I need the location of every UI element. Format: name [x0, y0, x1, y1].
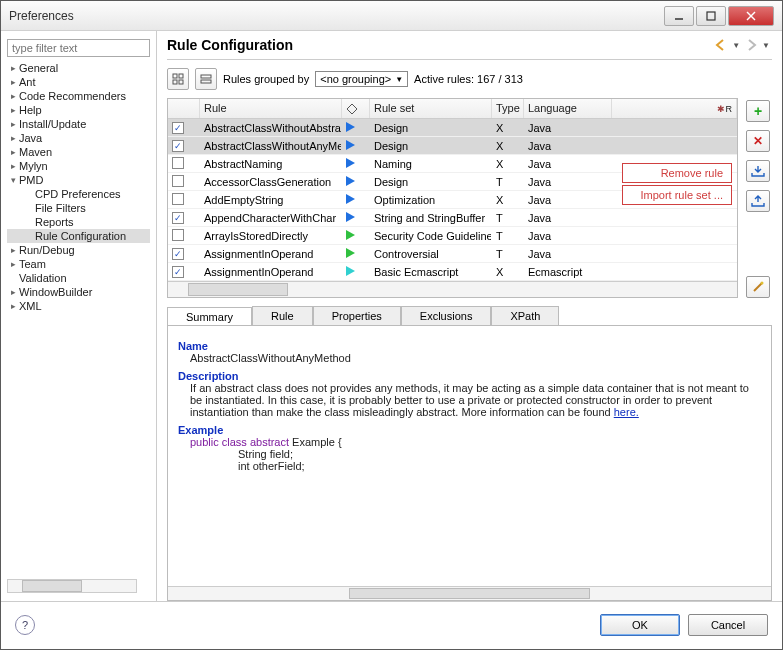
tree-item[interactable]: ▸Mylyn: [7, 159, 150, 173]
rule-type: T: [492, 175, 524, 189]
rule-checkbox[interactable]: [172, 212, 184, 224]
ok-button[interactable]: OK: [600, 614, 680, 636]
tab-properties[interactable]: Properties: [313, 306, 401, 325]
description-label: Description: [178, 370, 761, 382]
export-ruleset-button[interactable]: [746, 190, 770, 212]
tree-item[interactable]: ▸Code Recommenders: [7, 89, 150, 103]
tree-item[interactable]: ▸Help: [7, 103, 150, 117]
col-priority[interactable]: [342, 99, 370, 118]
tree-item[interactable]: ▸Run/Debug: [7, 243, 150, 257]
col-ruleset[interactable]: Rule set: [370, 99, 492, 118]
chevron-down-icon: ▼: [395, 75, 403, 84]
rule-checkbox[interactable]: [172, 248, 184, 260]
collapse-all-button[interactable]: [195, 68, 217, 90]
dropdown-icon[interactable]: ▼: [762, 41, 770, 50]
tab-xpath[interactable]: XPath: [491, 306, 559, 325]
cancel-button[interactable]: Cancel: [688, 614, 768, 636]
col-type[interactable]: Type: [492, 99, 524, 118]
table-row[interactable]: AssignmentInOperandBasic EcmascriptXEcma…: [168, 263, 737, 281]
rule-set: Optimization: [370, 193, 492, 207]
priority-icon: [346, 194, 355, 204]
tree-item[interactable]: ▸Install/Update: [7, 117, 150, 131]
detail-hscroll[interactable]: [168, 586, 771, 600]
tree-item-label: WindowBuilder: [19, 286, 92, 298]
rule-name: AddEmptyString: [200, 193, 342, 207]
rule-name: AssignmentInOperand: [200, 247, 342, 261]
table-row[interactable]: AbstractClassWithoutAnyMethodDesignXJava: [168, 137, 737, 155]
tab-rule[interactable]: Rule: [252, 306, 313, 325]
tree-item-label: Mylyn: [19, 160, 48, 172]
tree-hscroll[interactable]: [7, 579, 137, 593]
edit-button[interactable]: [746, 276, 770, 298]
name-label: Name: [178, 340, 761, 352]
tree-item[interactable]: File Filters: [7, 201, 150, 215]
tree-item-label: Java: [19, 132, 42, 144]
tree-item[interactable]: ▸Team: [7, 257, 150, 271]
svg-rect-5: [179, 74, 183, 78]
rule-language: Java: [524, 229, 612, 243]
col-language[interactable]: Language: [524, 99, 612, 118]
col-rule[interactable]: Rule: [200, 99, 342, 118]
import-ruleset-button[interactable]: [746, 160, 770, 182]
chevron-right-icon: ▸: [7, 245, 19, 255]
tree-item[interactable]: CPD Preferences: [7, 187, 150, 201]
svg-rect-1: [707, 12, 715, 20]
tree-item-label: Install/Update: [19, 118, 86, 130]
rule-set: String and StringBuffer: [370, 211, 492, 225]
tab-summary[interactable]: Summary: [167, 307, 252, 326]
rule-language: Java: [524, 175, 612, 189]
tab-exclusions[interactable]: Exclusions: [401, 306, 492, 325]
active-rules-label: Active rules: 167 / 313: [414, 73, 523, 85]
tree-item[interactable]: Validation: [7, 271, 150, 285]
tree-item[interactable]: ▸Java: [7, 131, 150, 145]
dropdown-icon[interactable]: ▼: [732, 41, 740, 50]
rule-checkbox[interactable]: [172, 193, 184, 205]
tree-item[interactable]: ▸Ant: [7, 75, 150, 89]
help-icon[interactable]: ?: [15, 615, 35, 635]
callout-import: Import rule set ...: [622, 185, 732, 205]
tree-item[interactable]: Reports: [7, 215, 150, 229]
rule-language: Java: [524, 121, 612, 135]
rule-checkbox[interactable]: [172, 229, 184, 241]
priority-icon: [346, 212, 355, 222]
forward-icon[interactable]: [744, 38, 758, 52]
tree-item-label: Team: [19, 258, 46, 270]
rule-type: T: [492, 247, 524, 261]
rule-name: AbstractClassWithoutAbstractMethod: [200, 121, 342, 135]
example-label: Example: [178, 424, 761, 436]
tree-item[interactable]: ▸XML: [7, 299, 150, 313]
close-button[interactable]: [728, 6, 774, 26]
grouping-dropdown[interactable]: <no grouping> ▼: [315, 71, 408, 87]
rule-checkbox[interactable]: [172, 157, 184, 169]
expand-all-button[interactable]: [167, 68, 189, 90]
table-row[interactable]: AbstractClassWithoutAbstractMethodDesign…: [168, 119, 737, 137]
back-icon[interactable]: [714, 38, 728, 52]
remove-rule-button[interactable]: ✕: [746, 130, 770, 152]
svg-rect-6: [173, 80, 177, 84]
col-extras[interactable]: ✱R: [612, 99, 737, 118]
rule-checkbox[interactable]: [172, 122, 184, 134]
chevron-down-icon: ▾: [7, 175, 19, 185]
description-link[interactable]: here.: [614, 406, 639, 418]
callout-remove: Remove rule: [622, 163, 732, 183]
rule-checkbox[interactable]: [172, 175, 184, 187]
preference-tree[interactable]: ▸General▸Ant▸Code Recommenders▸Help▸Inst…: [7, 61, 150, 575]
tree-item[interactable]: Rule Configuration: [7, 229, 150, 243]
minimize-button[interactable]: [664, 6, 694, 26]
filter-input[interactable]: [7, 39, 150, 57]
table-hscroll[interactable]: [168, 281, 737, 297]
tree-item[interactable]: ▾PMD: [7, 173, 150, 187]
maximize-button[interactable]: [696, 6, 726, 26]
plus-icon: +: [754, 103, 762, 119]
tree-item[interactable]: ▸Maven: [7, 145, 150, 159]
add-rule-button[interactable]: +: [746, 100, 770, 122]
table-row[interactable]: AssignmentInOperandControversialTJava: [168, 245, 737, 263]
tree-item[interactable]: ▸WindowBuilder: [7, 285, 150, 299]
table-row[interactable]: ArrayIsStoredDirectlySecurity Code Guide…: [168, 227, 737, 245]
tree-item[interactable]: ▸General: [7, 61, 150, 75]
table-row[interactable]: AppendCharacterWithCharString and String…: [168, 209, 737, 227]
rule-checkbox[interactable]: [172, 140, 184, 152]
rule-set: Security Code Guidelines: [370, 229, 492, 243]
rule-checkbox[interactable]: [172, 266, 184, 278]
rule-name: ArrayIsStoredDirectly: [200, 229, 342, 243]
